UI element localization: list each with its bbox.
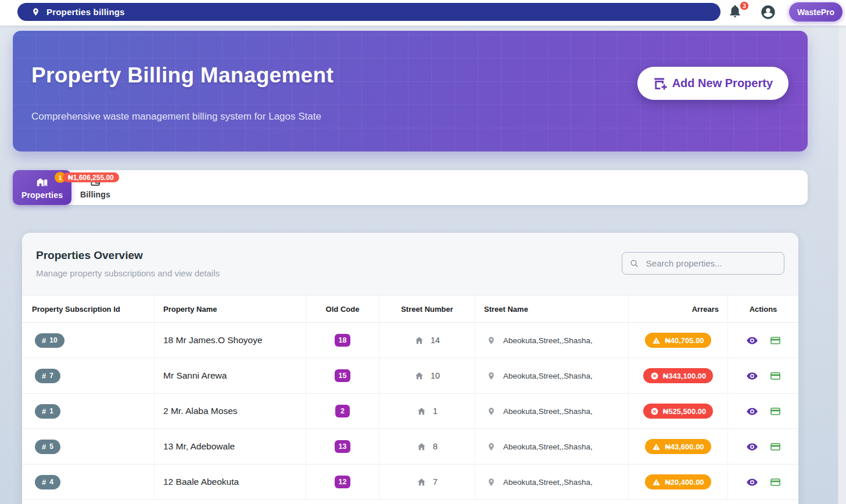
subscription-id-chip: #1 (35, 404, 60, 419)
street-name: Abeokuta,Street,,Shasha, (475, 358, 629, 394)
table-row: #5 13 Mr, Adebowale 13 8 Abeokuta,Street… (22, 429, 798, 465)
location-pin-icon (31, 8, 40, 16)
view-property-button[interactable] (745, 333, 759, 348)
pay-bill-button[interactable] (769, 476, 782, 489)
row-actions (728, 333, 798, 348)
hero-banner: Property Billing Management Comprehensiv… (13, 31, 808, 152)
search-box (622, 252, 784, 275)
brand-label: WastePro (797, 8, 834, 17)
eye-icon (746, 441, 758, 453)
view-property-button[interactable] (745, 475, 759, 489)
street-number: 8 (417, 442, 438, 452)
table-row: #7 Mr Sanni Arewa 15 10 Abeokuta,Street,… (22, 358, 798, 394)
arrears-badge: ₦525,500.00 (643, 404, 713, 419)
table-row: #1 2 Mr. Alaba Moses 2 1 Abeokuta,Street… (22, 394, 798, 429)
location-marker-icon (487, 442, 496, 451)
overview-header: Properties Overview Manage property subs… (22, 233, 798, 296)
house-icon (417, 406, 426, 416)
column-header: Old Code (306, 296, 379, 323)
row-actions (728, 440, 798, 454)
table-row: #4 12 Baale Abeokuta 12 7 Abeokuta,Stree… (22, 465, 798, 500)
view-property-button[interactable] (745, 369, 759, 383)
row-actions (728, 475, 798, 489)
tab-properties-label: Properties (21, 190, 63, 200)
add-new-property-label: Add New Property (672, 77, 773, 90)
credit-card-icon (770, 335, 781, 346)
row-actions (728, 404, 798, 419)
search-input[interactable] (645, 258, 776, 269)
view-property-button[interactable] (745, 404, 759, 419)
column-header: Arrears (629, 296, 728, 323)
eye-icon (746, 370, 758, 382)
location-marker-icon (487, 372, 496, 380)
tab-billings-label: Billings (80, 190, 110, 199)
top-bar: Properties billings 3 WastePro (0, 0, 846, 26)
column-header: Street Number (379, 296, 475, 323)
street-number: 10 (414, 371, 440, 381)
breadcrumb-pill[interactable]: Properties billings (17, 3, 720, 21)
subscription-id-chip: #5 (35, 440, 60, 454)
pay-bill-button[interactable] (769, 405, 782, 418)
page-scrollbar[interactable] (838, 26, 846, 504)
street-name: Abeokuta,Street,,Shasha, (475, 323, 629, 358)
error-icon (650, 372, 659, 380)
overview-title: Properties Overview (36, 249, 143, 262)
street-number: 1 (417, 406, 438, 416)
overview-subtitle: Manage property subscriptions and view d… (36, 268, 220, 278)
location-marker-icon (487, 336, 496, 345)
street-name: Abeokuta,Street,,Shasha, (475, 394, 629, 429)
street-name: Abeokuta,Street,,Shasha, (475, 429, 629, 465)
home-building-icon (36, 176, 48, 188)
house-icon (417, 442, 426, 452)
table-header-row: Property Subscription Id Property Name O… (22, 296, 798, 323)
breadcrumb-label: Properties billings (46, 7, 125, 17)
warning-icon (652, 336, 661, 345)
property-name: 12 Baale Abeokuta (163, 477, 239, 487)
pay-bill-button[interactable] (769, 440, 782, 453)
store-plus-icon (653, 75, 669, 91)
app-root: Properties billings 3 WastePro Property … (0, 0, 846, 504)
hash-icon: # (42, 478, 46, 487)
column-header: Property Name (155, 296, 306, 323)
arrears-badge: ₦20,400.00 (645, 474, 711, 489)
old-code-badge: 13 (335, 440, 351, 453)
hash-icon: # (42, 442, 46, 451)
subscription-id-chip: #4 (35, 475, 60, 489)
view-property-button[interactable] (745, 440, 759, 454)
credit-card-icon (770, 370, 781, 381)
house-icon (414, 371, 424, 381)
eye-icon (746, 476, 758, 488)
billings-total-badge: ₦1,606,255.00 (63, 172, 119, 182)
warning-icon (652, 478, 661, 487)
location-marker-icon (487, 478, 496, 487)
property-name: Mr Sanni Arewa (163, 370, 227, 381)
row-actions (728, 369, 798, 383)
page-subtitle: Comprehensive waste management billing s… (31, 111, 321, 123)
pay-bill-button[interactable] (769, 369, 782, 383)
pay-bill-button[interactable] (769, 334, 782, 347)
error-icon (650, 407, 659, 416)
old-code-badge: 15 (335, 369, 351, 382)
house-icon (414, 336, 424, 345)
arrears-badge: ₦43,600.00 (645, 439, 711, 454)
credit-card-icon (770, 441, 781, 452)
credit-card-icon (770, 406, 781, 417)
street-number: 14 (414, 336, 440, 345)
location-marker-icon (487, 407, 496, 416)
search-icon (630, 258, 639, 269)
subscription-id-chip: #10 (35, 333, 64, 348)
column-header: Actions (728, 296, 798, 323)
notifications-button[interactable]: 3 (727, 3, 748, 23)
tabs-bar: Properties Billings 1 ₦1,606,255.00 (13, 170, 808, 205)
subscription-id-chip: #7 (35, 369, 60, 383)
column-header: Street Name (475, 296, 629, 323)
table-row: #10 18 Mr James.O Shoyoye 18 14 Abeokuta… (22, 323, 798, 358)
property-name: 2 Mr. Alaba Moses (163, 406, 238, 416)
brand-button[interactable]: WastePro (789, 2, 843, 21)
warning-icon (652, 442, 661, 451)
table-body: #10 18 Mr James.O Shoyoye 18 14 Abeokuta… (22, 323, 798, 500)
add-new-property-button[interactable]: Add New Property (637, 67, 788, 100)
eye-icon (746, 334, 758, 347)
hash-icon: # (42, 372, 46, 380)
user-avatar[interactable] (760, 4, 776, 20)
